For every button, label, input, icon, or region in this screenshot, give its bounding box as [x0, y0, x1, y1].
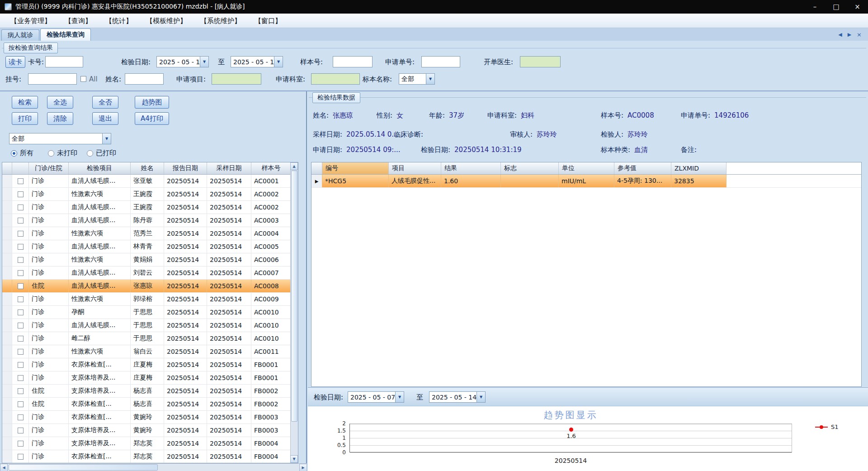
patient-row[interactable]: 门诊孕酮于思思2025051420250514AC0010 [2, 306, 291, 319]
patient-row[interactable]: 门诊血清人绒毛膜...林青青2025051420250514AC0005 [2, 240, 291, 253]
column-header[interactable]: 姓名 [131, 162, 164, 174]
scroll-right-icon[interactable]: ▶ [299, 464, 307, 471]
maximize-icon[interactable]: □ [826, 0, 847, 14]
clear-button[interactable]: 清除 [47, 112, 73, 125]
patient-row[interactable]: 住院衣原体检查[...杨志喜2025051420250514FB0002 [2, 398, 291, 411]
patient-row[interactable]: 住院血清人绒毛膜...张惠琼2025051420250514AC0008 [2, 280, 291, 293]
row-checkbox[interactable] [18, 441, 24, 447]
row-checkbox[interactable] [18, 323, 24, 328]
doctor-input[interactable] [520, 56, 561, 67]
patient-row[interactable]: 门诊性激素六项郭绿榕2025051420250514AC0009 [2, 293, 291, 306]
request-dept-input[interactable] [311, 73, 360, 85]
patient-row[interactable]: 门诊性激素六项黄娟娟2025051420250514AC0006 [2, 253, 291, 266]
row-checkbox[interactable] [18, 401, 24, 407]
row-checkbox[interactable] [18, 414, 24, 420]
patient-row[interactable]: 门诊性激素六项翁白云2025051420250514AC0011 [2, 345, 291, 358]
trend-date-to-picker[interactable]: 2025 - 05 - 14 ▼ [429, 391, 486, 403]
print-button[interactable]: 打印 [12, 112, 38, 125]
minimize-icon[interactable]: – [804, 0, 826, 14]
patient-row[interactable]: 门诊雌二醇于思思2025051420250514AC0010 [2, 332, 291, 345]
tab-patient-visit[interactable]: 病人就诊 [1, 29, 39, 41]
menu-item-query[interactable]: 【查询】 [58, 14, 99, 28]
row-checkbox[interactable] [18, 428, 24, 433]
close-icon[interactable]: × [847, 0, 868, 14]
request-no-input[interactable] [421, 56, 460, 67]
row-checkbox[interactable] [18, 296, 24, 302]
row-checkbox[interactable] [18, 454, 24, 460]
trend-date-from-picker[interactable]: 2025 - 05 - 07 ▼ [348, 391, 404, 403]
a4-print-button[interactable]: A4打印 [135, 112, 169, 125]
reg-no-input[interactable] [28, 73, 77, 85]
patient-row[interactable]: 门诊衣原体检查[...黄婉玲2025051420250514FB0003 [2, 411, 291, 424]
select-none-button[interactable]: 全否 [92, 96, 118, 109]
trend-chart-button[interactable]: 趋势图 [135, 96, 169, 109]
row-checkbox[interactable] [18, 362, 24, 368]
column-header[interactable]: 报告日期 [164, 162, 207, 174]
radio-printed[interactable]: 已打印 [87, 149, 116, 157]
request-item-input[interactable] [212, 73, 261, 85]
date-from-picker[interactable]: 2025 - 05 - 14 ▼ [156, 56, 209, 67]
column-header[interactable]: 结果 [441, 162, 501, 174]
row-checkbox[interactable] [18, 283, 24, 289]
exit-button[interactable]: 退出 [92, 112, 118, 125]
scroll-up-icon[interactable]: ▲ [290, 162, 298, 170]
specimen-name-select[interactable]: 全部 ▼ [399, 73, 435, 85]
column-header[interactable]: 单位 [559, 162, 614, 174]
tab-scroll-left-icon[interactable]: ◀ [838, 32, 842, 38]
patient-row[interactable]: 门诊支原体培养及...庄夏梅2025051420250514FB0001 [2, 371, 291, 385]
row-checkbox[interactable] [18, 218, 24, 224]
scrollbar-thumb[interactable] [291, 171, 297, 422]
radio-all[interactable]: 所有 [11, 149, 33, 157]
column-header[interactable]: ZLXMID [671, 162, 726, 174]
row-checkbox[interactable] [18, 257, 24, 263]
tab-close-icon[interactable]: × [857, 31, 862, 38]
all-checkbox[interactable] [80, 76, 86, 82]
patient-row[interactable]: 门诊血清人绒毛膜...王婉霞2025051420250514AC0002 [2, 201, 291, 214]
patient-row[interactable]: 住院支原体培养及...杨志喜2025051420250514FB0002 [2, 385, 291, 398]
vertical-scrollbar[interactable]: ▲ ▼ [290, 162, 298, 463]
read-card-button[interactable]: 读卡 [5, 56, 25, 68]
scrollbar-thumb[interactable] [9, 464, 158, 471]
result-row[interactable]: ▶ *HCG5 人绒毛膜促性... 1.60 mIU/mL 4-5孕周: 130… [311, 175, 861, 188]
column-header[interactable]: 采样日期 [207, 162, 251, 174]
patient-row[interactable]: 门诊支原体培养及...黄婉玲2025051420250514FB0003 [2, 424, 291, 437]
column-header[interactable]: 检验项目 [69, 162, 131, 174]
patient-row[interactable]: 门诊血清人绒毛膜...陈丹蓉2025051420250514AC0003 [2, 214, 291, 227]
select-all-button[interactable]: 全选 [47, 96, 73, 109]
scroll-left-icon[interactable]: ◀ [0, 464, 8, 471]
row-checkbox[interactable] [18, 191, 24, 197]
patient-row[interactable]: 门诊衣原体检查[...庄夏梅2025051420250514FB0001 [2, 358, 291, 371]
row-checkbox[interactable] [18, 336, 24, 342]
row-checkbox[interactable] [18, 375, 24, 381]
patient-row[interactable]: 门诊性激素六项王婉霞2025051420250514AC0002 [2, 188, 291, 201]
menu-item-window[interactable]: 【窗口】 [248, 14, 288, 28]
sample-no-input[interactable] [333, 56, 373, 67]
radio-unprinted[interactable]: 未打印 [48, 149, 77, 157]
column-header[interactable]: 参考值 [614, 162, 671, 174]
patient-row[interactable]: 门诊血清人绒毛膜...于思思2025051420250514AC0010 [2, 319, 291, 332]
checkbox-column-header[interactable] [12, 162, 29, 174]
row-checkbox[interactable] [18, 309, 24, 315]
row-checkbox[interactable] [18, 205, 24, 210]
tab-scroll-right-icon[interactable]: ▶ [848, 32, 851, 38]
row-checkbox[interactable] [18, 349, 24, 355]
row-checkbox[interactable] [18, 244, 24, 250]
filter-select[interactable]: 全部 ▼ [9, 133, 111, 144]
menu-item-stats[interactable]: 【统计】 [99, 14, 139, 28]
row-checkbox[interactable] [18, 270, 24, 276]
patient-row[interactable]: 门诊衣原体检查[...郑志英2025051420250514FB0004 [2, 450, 291, 463]
patient-row[interactable]: 门诊性激素六项范秀兰2025051420250514AC0004 [2, 227, 291, 240]
column-header[interactable]: 样本号 [251, 162, 291, 174]
row-checkbox[interactable] [18, 388, 24, 394]
patient-row[interactable]: 门诊血清人绒毛膜...刘碧云2025051420250514AC0007 [2, 266, 291, 280]
card-no-input[interactable] [45, 56, 83, 67]
column-header[interactable]: 项目 [389, 162, 441, 174]
horizontal-scrollbar[interactable]: ◀ ▶ [0, 463, 307, 471]
scroll-down-icon[interactable]: ▼ [290, 455, 298, 463]
column-header[interactable]: 标志 [501, 162, 559, 174]
tab-lab-result-query[interactable]: 检验结果查询 [40, 29, 91, 41]
column-header[interactable]: 编号 [322, 162, 389, 174]
menu-item-business[interactable]: 【业务管理】 [4, 14, 58, 28]
date-to-picker[interactable]: 2025 - 05 - 14 ▼ [231, 56, 283, 67]
patient-row[interactable]: 门诊血清人绒毛膜...张亚敏2025051420250514AC0001 [2, 175, 291, 188]
